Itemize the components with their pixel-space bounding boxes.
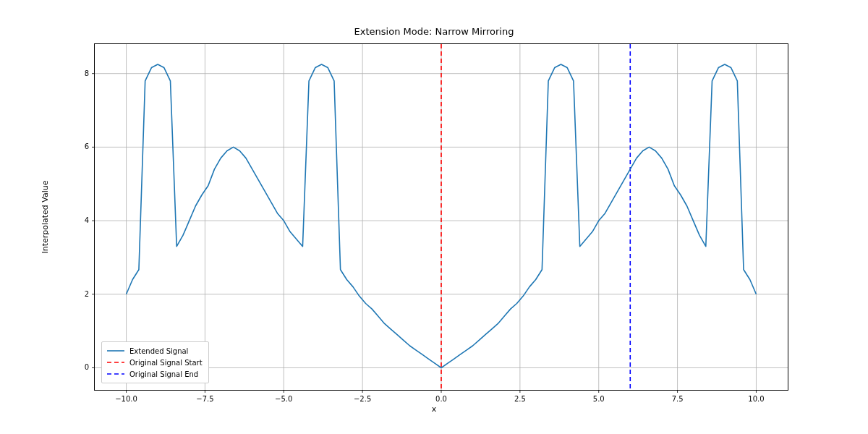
svg-text:2: 2: [85, 290, 89, 298]
legend: Extended Signal Original Signal Start Or…: [101, 341, 209, 383]
legend-item-end: Original Signal End: [106, 368, 203, 380]
svg-text:5.0: 5.0: [593, 395, 605, 403]
legend-item-start: Original Signal Start: [106, 357, 203, 368]
x-axis-label: x: [0, 404, 868, 414]
svg-text:−5.0: −5.0: [275, 395, 292, 403]
y-ticks: 02468: [89, 44, 95, 390]
legend-swatch-start: [106, 358, 125, 367]
legend-item-extended: Extended Signal: [106, 345, 203, 357]
svg-text:4: 4: [85, 216, 89, 224]
svg-text:−2.5: −2.5: [354, 395, 371, 403]
legend-swatch-extended: [106, 346, 125, 355]
axes: −10.0−7.5−5.0−2.50.02.55.07.510.0 02468: [94, 43, 788, 391]
svg-text:0.0: 0.0: [435, 395, 447, 403]
chart-title: Extension Mode: Narrow Mirroring: [0, 26, 868, 37]
plot-area: [95, 44, 788, 390]
legend-label-end: Original Signal End: [129, 370, 198, 378]
x-ticks: −10.0−7.5−5.0−2.50.02.55.07.510.0: [95, 390, 788, 404]
y-axis-label: Interpolated Value: [41, 180, 50, 253]
svg-text:8: 8: [85, 69, 89, 77]
svg-text:−7.5: −7.5: [196, 395, 213, 403]
legend-swatch-end: [106, 370, 125, 378]
svg-text:−10.0: −10.0: [115, 395, 137, 403]
legend-label-start: Original Signal Start: [129, 359, 203, 367]
svg-text:0: 0: [85, 363, 89, 371]
legend-label-extended: Extended Signal: [129, 347, 188, 355]
svg-text:7.5: 7.5: [672, 395, 684, 403]
figure: Extension Mode: Narrow Mirroring Interpo…: [0, 0, 868, 434]
svg-text:6: 6: [85, 142, 89, 150]
svg-text:2.5: 2.5: [514, 395, 526, 403]
svg-text:10.0: 10.0: [748, 395, 764, 403]
